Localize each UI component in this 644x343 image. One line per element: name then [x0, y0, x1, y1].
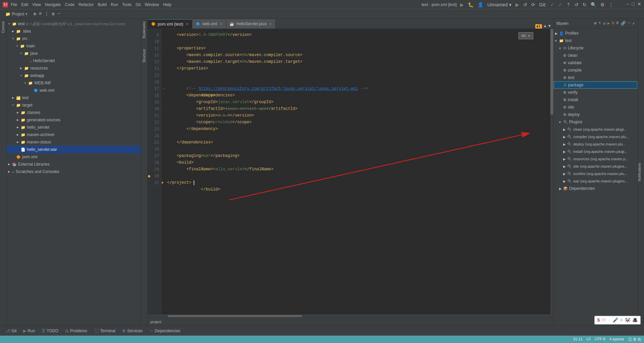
dependencies-button[interactable]: ↔ Dependencies	[147, 328, 183, 334]
project-tool-icon1[interactable]: ⊕	[33, 10, 37, 17]
tree-war-file[interactable]: 📄 hello_servlet.war	[7, 146, 141, 153]
git-more-icon[interactable]: ⇡	[566, 1, 571, 8]
debug-icon[interactable]: 🐛	[467, 1, 474, 8]
status-position[interactable]: 31:11	[573, 337, 583, 342]
tab-helloservlet[interactable]: ☕ HelloServlet.java ✕	[226, 19, 276, 29]
run-icon[interactable]: ▶	[459, 1, 464, 8]
scroll-down-icon[interactable]: ▼	[548, 24, 551, 29]
settings-icon[interactable]: ⚙	[600, 1, 605, 8]
maven-script-icon[interactable]: #	[616, 21, 618, 26]
search-icon[interactable]: 🔍	[590, 1, 597, 8]
maven-plugin-clean[interactable]: ▶ 🔌 clean (org.apache.maven.plugi...	[554, 126, 637, 133]
horizontal-scrollbar[interactable]	[148, 314, 553, 317]
maven-compile[interactable]: ⚙ compile	[554, 67, 637, 74]
menu-refactor[interactable]: Refactor	[79, 2, 94, 7]
services-button[interactable]: ⚙ Services	[119, 328, 145, 334]
maven-plugin-site[interactable]: ▶ 🔌 site (org.apache.maven.plugins...	[554, 163, 637, 170]
menu-navigate[interactable]: Navigate	[45, 2, 61, 7]
notifications-label[interactable]: Notifications	[638, 163, 641, 181]
tree-java[interactable]: ▾ 📁 java	[7, 50, 141, 57]
status-indent[interactable]: 4 spaces	[609, 337, 624, 342]
rerun-icon[interactable]: ⟳	[531, 1, 536, 8]
tree-idea[interactable]: ▶ 📁 .idea	[7, 28, 141, 35]
maven-plugin-surefire[interactable]: ▶ 🔌 surefire (org.apache.maven.plu...	[554, 170, 637, 177]
maven-settings-icon[interactable]: ⚙	[594, 21, 596, 26]
ime-toolbar[interactable]: S 中 · 🎤 ⊞ 🐼 🎩	[594, 316, 641, 325]
menu-file[interactable]: File	[11, 2, 17, 7]
scroll-up-icon[interactable]: ▲	[544, 24, 546, 29]
web-tab-close[interactable]: ✕	[220, 22, 222, 26]
tree-src[interactable]: ▾ 📁 src	[7, 35, 141, 42]
maven-refresh-icon[interactable]: ↺	[603, 21, 605, 26]
tree-test-module[interactable]: ▶ 🗂️ test	[7, 94, 141, 101]
tree-pom[interactable]: 🔶 pom.xml	[7, 153, 141, 161]
tab-web-xml[interactable]: 🔷 web.xml ✕	[192, 19, 226, 29]
menu-code[interactable]: Code	[65, 2, 75, 7]
status-line-sep[interactable]: LF	[587, 337, 591, 342]
run-config-icon[interactable]: ▶	[515, 1, 520, 8]
todo-button[interactable]: ☰ TODO	[39, 328, 61, 334]
tree-external-libs[interactable]: ▶ 📚 External Libraries	[7, 161, 141, 168]
tree-webapp[interactable]: ▾ 📁 webapp	[7, 72, 141, 79]
tree-main[interactable]: ▾ 📁 main	[7, 42, 141, 50]
bookmarks-label[interactable]: Bookmarks	[142, 22, 146, 38]
maven-plugins[interactable]: ▾ 🔌 Plugins	[554, 118, 637, 126]
menu-run[interactable]: Run	[111, 2, 118, 7]
maven-plus-icon[interactable]: +	[598, 21, 601, 26]
menu-window[interactable]: Window	[145, 2, 159, 7]
maven-clean[interactable]: ⚙ clean	[554, 52, 637, 59]
project-settings-icon[interactable]: ⚙	[51, 10, 55, 17]
maven-verify[interactable]: ⚙ verify	[554, 89, 637, 96]
maven-plugin-war[interactable]: ▶ 🔌 war (org.apache.maven.plugins...	[554, 177, 637, 185]
tab-pom-xml[interactable]: 🔶 pom.xml (test) ✕	[148, 19, 192, 29]
maven-plugin-install[interactable]: ▶ 🔌 install (org.apache.maven.plugi...	[554, 148, 637, 155]
tree-webinf[interactable]: ▾ 📁 WEB-INF	[7, 79, 141, 87]
maven-package[interactable]: ⚙ package	[554, 81, 637, 89]
maven-run-icon[interactable]: ▶	[607, 21, 610, 26]
tree-root-test[interactable]: ▾ 📁 test D:\桌面\code远程仓库\cl_java\servlet\…	[7, 20, 141, 28]
minimize-button[interactable]: −	[626, 1, 629, 8]
tree-target[interactable]: ▾ 📁 target	[7, 101, 141, 109]
git-button[interactable]: ⎇ Git	[3, 328, 19, 334]
git-dropdown[interactable]: Unnamed ▾	[487, 1, 512, 8]
commit-label[interactable]: Commit	[1, 22, 5, 33]
problems-button[interactable]: ⚠ Problems	[62, 328, 90, 334]
close-button[interactable]: ✕	[637, 1, 641, 8]
status-encoding[interactable]: UTF-8	[595, 337, 605, 342]
project-minimize-icon[interactable]: −	[57, 10, 61, 17]
maven-m-icon[interactable]: m	[612, 21, 614, 26]
maven-plugin-resources[interactable]: ▶ 🔌 resources (org.apache.maven.p...	[554, 155, 637, 163]
vertical-scrollbar[interactable]	[550, 29, 553, 314]
terminal-button[interactable]: ⬛ Terminal	[91, 328, 118, 334]
menu-edit[interactable]: Edit	[21, 2, 28, 7]
project-tab-arrow[interactable]: ▾	[26, 12, 27, 16]
structure-label[interactable]: Structure	[142, 49, 146, 63]
maven-link-icon[interactable]: 🔗	[621, 21, 626, 26]
tree-maven-status[interactable]: ▶ 📁 maven-status	[7, 138, 141, 146]
profile-icon[interactable]: 👤	[477, 1, 484, 8]
project-tool-icon3[interactable]: ⋮	[44, 10, 50, 17]
tree-generated[interactable]: ▶ 📁 generated-sources	[7, 116, 141, 124]
tree-helloservlet[interactable]: ☕ HelloServlet	[7, 57, 141, 65]
menu-view[interactable]: View	[32, 2, 41, 7]
project-tool-icon2[interactable]: ≡	[38, 10, 42, 17]
pom-tab-close[interactable]: ✕	[186, 22, 189, 26]
git-undo-icon[interactable]: ↺	[574, 1, 579, 8]
tree-resources[interactable]: ▶ 📁 resources	[7, 65, 141, 72]
reload-icon[interactable]: ↺	[523, 1, 528, 8]
tree-webxml[interactable]: 🔷 web.xml	[7, 87, 141, 94]
tree-maven-archiver[interactable]: ▶ 📁 maven-archiver	[7, 131, 141, 138]
run-button[interactable]: ▶ Run	[20, 328, 38, 334]
maven-profiles[interactable]: ▶ 👤 Profiles	[554, 30, 637, 37]
menu-build[interactable]: Build	[98, 2, 107, 7]
maven-plugin-deploy[interactable]: ▶ 🔌 deploy (org.apache.maven.plu...	[554, 140, 637, 148]
tree-hello-servlet[interactable]: ▶ 📁 hello_servlet	[7, 124, 141, 131]
maven-expand-icon[interactable]: ↗	[632, 21, 635, 26]
git-check-icon[interactable]: ✓	[550, 1, 555, 8]
menu-help[interactable]: Help	[163, 2, 171, 7]
restore-button[interactable]: □	[632, 1, 635, 8]
more-icon[interactable]: ⋮	[608, 1, 614, 8]
maven-dependencies[interactable]: ▶ 📦 Dependencies	[554, 185, 637, 192]
code-area[interactable]: <version>1.0-SNAPSHOT</version> <propert…	[162, 29, 550, 314]
maven-site[interactable]: ⚙ site	[554, 103, 637, 111]
